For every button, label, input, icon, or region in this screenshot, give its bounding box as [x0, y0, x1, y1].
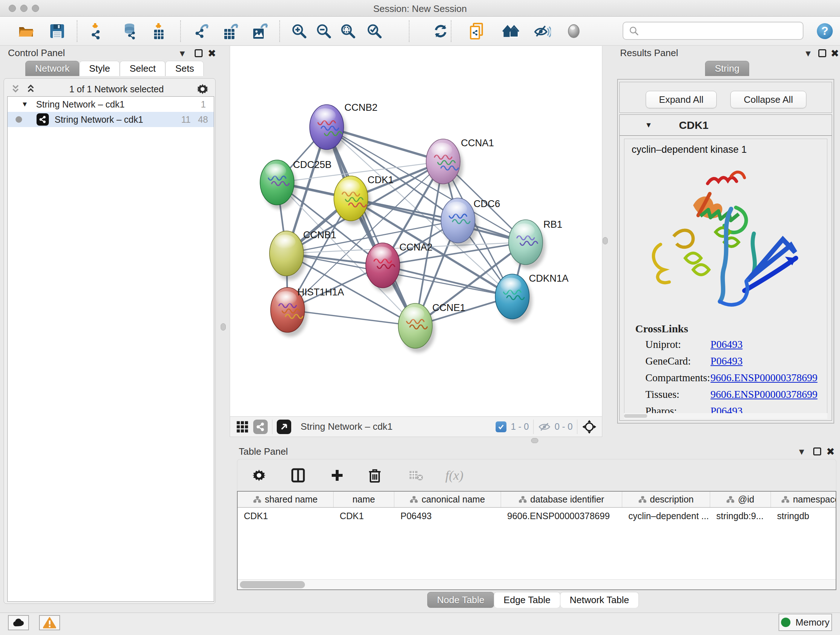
- results-panel-collapse-icon[interactable]: ▼: [804, 49, 813, 58]
- search-input[interactable]: [642, 24, 803, 38]
- right-splitter-handle[interactable]: [603, 237, 608, 244]
- gene-section-header[interactable]: ▼ CDK1: [620, 115, 832, 136]
- fit-selected-crosshair-icon[interactable]: [582, 419, 597, 434]
- import-table-button[interactable]: [147, 21, 170, 41]
- gene-collapse-icon[interactable]: ▼: [645, 121, 652, 129]
- show-all-button[interactable]: [562, 21, 585, 41]
- gene-detail-card: cyclin–dependent kinase 1 C: [624, 139, 827, 416]
- tab-edge-table[interactable]: Edge Table: [494, 592, 561, 608]
- left-splitter-handle[interactable]: [221, 323, 226, 331]
- clone-network-button[interactable]: [466, 21, 489, 41]
- warnings-button[interactable]: [39, 615, 60, 630]
- tab-select[interactable]: Select: [120, 61, 165, 76]
- collection-label: String Network – cdk1: [36, 99, 125, 110]
- collapse-all-chevrons-icon[interactable]: [10, 84, 21, 94]
- table-cell[interactable]: stringdb: [771, 511, 836, 521]
- export-image-button[interactable]: [248, 21, 272, 41]
- zoom-in-button[interactable]: [287, 21, 311, 41]
- network-badge-icon[interactable]: [253, 420, 268, 434]
- zoom-fit-button[interactable]: [336, 21, 360, 41]
- network-selected-summary: 1 of 1 Network selected: [36, 84, 197, 95]
- column-header-namespace[interactable]: namespace: [771, 492, 836, 507]
- help-button[interactable]: ?: [813, 21, 836, 41]
- network-node-CCNE1[interactable]: [398, 303, 435, 353]
- zoom-out-button[interactable]: [312, 21, 335, 41]
- network-collection-row[interactable]: ▼ String Network – cdk1 1: [8, 97, 214, 112]
- tab-network[interactable]: Network: [25, 61, 79, 76]
- tab-network-table[interactable]: Network Table: [560, 592, 639, 608]
- export-table-icon: [222, 22, 240, 40]
- collapse-all-button[interactable]: Collapse All: [730, 91, 806, 108]
- table-settings-gear-icon[interactable]: [249, 466, 269, 485]
- tab-string[interactable]: String: [705, 61, 749, 76]
- control-panel-float-icon[interactable]: [195, 49, 202, 57]
- network-node-CCNB2[interactable]: [309, 105, 347, 154]
- column-header-database-identifier[interactable]: database identifier: [501, 492, 622, 507]
- svg-text:?: ?: [821, 24, 829, 37]
- selected-nodes-checkbox[interactable]: [496, 421, 507, 432]
- import-network-from-database-button[interactable]: [118, 21, 141, 41]
- network-node-RB1[interactable]: [508, 220, 546, 269]
- tree-expand-icon[interactable]: ▼: [21, 100, 28, 108]
- window-title: Session: New Session: [0, 3, 840, 14]
- function-builder-icon-disabled: f(x): [444, 466, 464, 485]
- hide-selected-button[interactable]: [531, 21, 554, 41]
- delete-column-trash-icon[interactable]: [365, 466, 385, 485]
- grid-view-button[interactable]: [235, 420, 249, 434]
- crosslink-value-link[interactable]: P06493: [711, 339, 743, 350]
- expand-all-button[interactable]: Expand All: [646, 91, 717, 108]
- export-network-button[interactable]: [190, 21, 213, 41]
- birds-eye-view-button[interactable]: [277, 420, 291, 434]
- import-network-icon: [87, 22, 104, 40]
- apply-style-refresh-button[interactable]: [429, 21, 452, 41]
- results-panel-float-icon[interactable]: [818, 49, 826, 57]
- tab-style[interactable]: Style: [79, 61, 120, 76]
- network-row-selected[interactable]: String Network – cdk1 11 48: [8, 112, 214, 127]
- expand-all-chevrons-icon[interactable]: [25, 84, 36, 94]
- import-network-button[interactable]: [84, 21, 107, 41]
- table-cell[interactable]: cyclin–dependent ...: [622, 511, 710, 521]
- network-node-CCNA2[interactable]: [366, 243, 403, 292]
- tab-node-table[interactable]: Node Table: [427, 592, 494, 608]
- results-panel-close-icon[interactable]: ✖: [831, 49, 839, 59]
- zoom-selected-icon: [366, 23, 383, 40]
- table-hscrollbar-thumb[interactable]: [240, 581, 305, 588]
- network-node-CDC6[interactable]: [441, 198, 478, 247]
- network-node-CCNB1[interactable]: [270, 231, 306, 280]
- memory-status-dot: [781, 618, 790, 627]
- hidden-eye-icon[interactable]: [538, 421, 551, 432]
- open-session-button[interactable]: [14, 21, 38, 41]
- crosslink-value-link[interactable]: 9606.ENSP00000378699: [711, 372, 818, 384]
- column-header-name[interactable]: name: [333, 492, 394, 507]
- horizontal-splitter-handle[interactable]: [531, 438, 538, 443]
- table-cell[interactable]: 9606.ENSP00000378699: [501, 511, 622, 521]
- add-column-plus-icon[interactable]: [327, 466, 347, 485]
- control-panel-close-icon[interactable]: ✖: [208, 49, 216, 59]
- results-hscrollbar-thumb[interactable]: [624, 414, 647, 418]
- network-list-options-gear-icon[interactable]: [197, 83, 208, 95]
- save-session-button[interactable]: [46, 21, 69, 41]
- column-header-shared-name[interactable]: shared name: [238, 492, 333, 507]
- table-cell[interactable]: P06493: [394, 511, 501, 521]
- table-cell[interactable]: CDK1: [333, 511, 394, 521]
- table-panel-float-icon[interactable]: [813, 448, 821, 455]
- column-header-description[interactable]: description: [622, 492, 710, 507]
- control-panel-collapse-icon[interactable]: ▼: [178, 49, 187, 58]
- table-panel-collapse-icon[interactable]: ▼: [797, 448, 806, 456]
- crosslink-value-link[interactable]: 9606.ENSP00000378699: [711, 388, 818, 401]
- crosslink-label: GeneCard:: [645, 355, 711, 367]
- network-node-CDKN1A[interactable]: [495, 274, 532, 323]
- cloud-status-button[interactable]: [8, 615, 29, 630]
- table-cell[interactable]: CDK1: [238, 511, 333, 521]
- first-neighbors-button[interactable]: [500, 21, 523, 41]
- crosslink-value-link[interactable]: P06493: [711, 355, 743, 367]
- table-panel-close-icon[interactable]: ✖: [826, 447, 835, 457]
- show-columns-icon[interactable]: [288, 466, 308, 485]
- zoom-selected-button[interactable]: [363, 21, 386, 41]
- column-header-canonical-name[interactable]: canonical name: [394, 492, 501, 507]
- export-table-button[interactable]: [219, 21, 242, 41]
- column-header--id[interactable]: @id: [710, 492, 771, 507]
- table-cell[interactable]: stringdb:9...: [710, 511, 771, 521]
- memory-button[interactable]: Memory: [778, 614, 832, 631]
- tab-sets[interactable]: Sets: [165, 61, 204, 76]
